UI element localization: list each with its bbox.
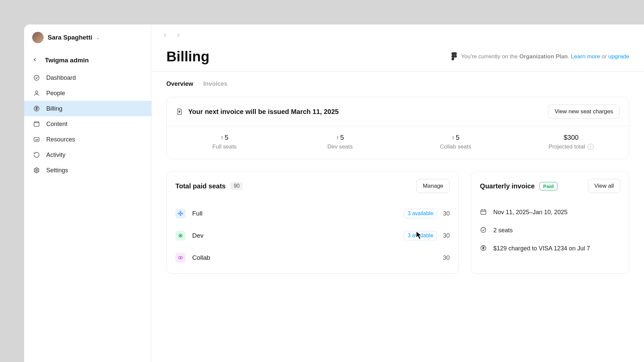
nav-billing[interactable]: Billing [24,101,151,116]
nav-label: Activity [46,152,65,159]
seat-name: Full [192,210,203,217]
seat-name: Dev [192,232,204,239]
arrow-up-icon: ↑ [452,135,454,141]
tab-overview[interactable]: Overview [166,79,193,89]
seat-name: Collab [192,254,210,261]
seat-full-icon [175,208,185,219]
nav-activity[interactable]: Activity [24,147,151,163]
arrow-up-icon: ↑ [336,135,339,141]
svg-rect-4 [34,137,39,141]
quarterly-head: Quarterly invoice Paid View all [471,172,629,200]
user-name: Sara Spaghetti [48,34,92,41]
chevron-down-icon: ⌄ [96,35,100,40]
nav-settings[interactable]: Settings [24,163,151,178]
seats-card: Total paid seats 90 Manage Full [166,171,459,274]
history-back-icon[interactable] [162,32,168,41]
svg-point-0 [34,75,39,80]
stat-full-seats: ↑5 Full seats [167,126,282,159]
seat-row-dev: Dev 3 available 30 [167,225,459,247]
invoice-icon [176,108,183,116]
quarterly-list: Nov 11, 2025–Jan 10, 2025 2 seats $129 c… [471,200,629,264]
user-menu[interactable]: Sara Spaghetti ⌄ [24,24,151,51]
org-title: Twigma admin [45,57,89,64]
org-header: Twigma admin [24,51,151,67]
avatar [32,32,44,43]
nav-people[interactable]: People [24,85,151,101]
nav-label: Resources [46,136,75,143]
available-badge[interactable]: 3 available [404,231,437,240]
page-title: Billing [166,49,209,65]
content: Overview Invoices Your next invoice will… [152,72,644,281]
stat-collab-seats: ↑5 Collab seats [398,126,514,159]
tabs: Overview Invoices [166,79,629,89]
plan-prefix: You're currently on the [461,53,519,60]
seats-head: Total paid seats 90 Manage [167,172,459,200]
quarterly-charge-row: $129 charged to VISA 1234 on Jul 7 [471,239,629,257]
billing-icon [33,105,40,112]
check-circle-icon [480,227,487,234]
stat-dev-seats: ↑5 Dev seats [282,126,398,159]
learn-more-link[interactable]: Learn more [571,53,600,60]
activity-icon [33,151,40,159]
next-invoice-panel: Your next invoice will be issued March 1… [166,97,629,159]
back-icon[interactable] [32,57,39,64]
dashboard-icon [33,74,40,81]
plan-suffix: . [568,53,571,60]
stat-value: 5 [225,134,228,141]
nav-label: Settings [46,167,68,174]
history-forward-icon[interactable] [175,32,182,41]
topbar [152,24,644,41]
tab-invoices[interactable]: Invoices [203,79,227,89]
seats-total-badge: 90 [230,182,243,190]
stat-projected-total: $300 Projected totali [514,126,629,159]
seat-list: Full 3 available 30 [167,200,459,274]
manage-button[interactable]: Manage [416,179,449,193]
header: Billing You're currently on the Organiza… [152,41,644,71]
people-icon [33,89,40,97]
app-window: Sara Spaghetti ⌄ Twigma admin Dashboard … [24,24,644,362]
plan-banner: You're currently on the Organization Pla… [451,52,629,61]
settings-icon [33,167,40,174]
available-badge[interactable]: 3 available [404,209,437,218]
next-invoice-title: Your next invoice will be issued March 1… [188,108,339,116]
stat-value: 5 [456,134,460,141]
view-seat-charges-button[interactable]: View new seat charges [548,105,620,119]
nav-dashboard[interactable]: Dashboard [24,70,151,85]
nav-label: Billing [46,105,62,112]
seat-count: 30 [443,232,450,239]
seat-dev-icon [175,231,185,241]
seat-count: 30 [443,254,450,261]
svg-marker-5 [35,139,38,140]
seat-row-collab: Collab 30 [167,247,459,269]
plan-name: Organization Plan [519,53,568,60]
stat-value: 5 [340,134,344,141]
stat-label: Dev seats [327,143,353,150]
nav-label: Content [46,121,67,128]
stat-label: Full seats [212,143,237,150]
nav-content[interactable]: Content [24,116,151,132]
nav-resources[interactable]: Resources [24,132,151,147]
main: Billing You're currently on the Organiza… [152,24,644,362]
svg-point-11 [178,213,179,214]
dollar-circle-icon [480,245,487,252]
svg-point-6 [36,170,38,171]
nav-label: People [46,90,65,97]
content-icon [33,120,40,128]
quarterly-title: Quarterly invoice [480,182,535,190]
nav-label: Dashboard [46,74,76,81]
svg-point-12 [181,213,183,214]
svg-point-18 [180,256,183,259]
arrow-up-icon: ↑ [221,135,223,141]
svg-point-9 [180,211,181,213]
quarterly-charge: $129 charged to VISA 1234 on Jul 7 [493,245,590,252]
next-invoice-head: Your next invoice will be issued March 1… [167,97,629,126]
stat-label: Projected total [548,143,585,150]
figma-logo-icon [451,52,458,61]
info-icon[interactable]: i [588,144,594,150]
upgrade-link[interactable]: upgrade [608,53,629,60]
svg-rect-19 [481,210,486,214]
seats-title: Total paid seats [175,182,226,190]
plan-or: or [600,53,608,60]
view-all-button[interactable]: View all [588,179,620,193]
nav: Dashboard People Billing Content Resourc… [24,67,151,181]
